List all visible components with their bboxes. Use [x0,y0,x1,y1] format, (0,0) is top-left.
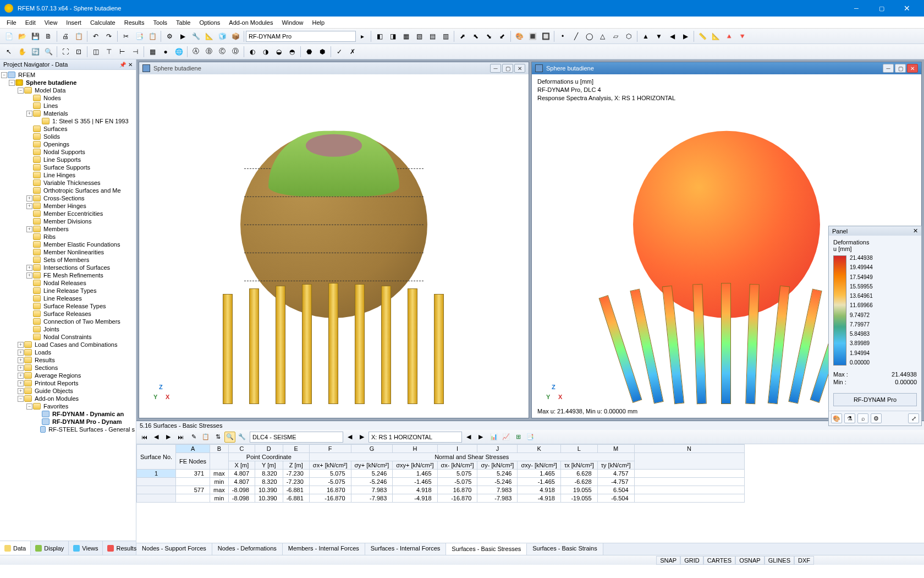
b3-icon[interactable]: ◒ [273,46,285,58]
n1-icon[interactable]: • [557,30,569,42]
navigator-tree[interactable]: −RFEM −Sphere butadiene −Model Data Node… [0,70,136,541]
view-close-icon[interactable]: ✕ [514,64,525,73]
m4-icon[interactable]: 🔻 [736,30,748,42]
tree-item[interactable]: Connection of Two Members [42,318,122,325]
tree-item[interactable]: Materials [42,110,69,117]
copy-icon[interactable]: 📑 [133,30,145,42]
go-icon[interactable]: ▸ [356,30,369,42]
tree-item[interactable]: Surface Release Types [42,303,107,309]
b4-icon[interactable]: ◓ [286,46,298,58]
a2-icon[interactable]: Ⓑ [203,46,215,58]
flask-icon[interactable]: ⚗ [844,413,855,423]
status-cell[interactable]: CARTES [703,556,735,565]
tree-item[interactable]: Member Elastic Foundations [42,241,121,248]
tree-section[interactable]: Sections [34,364,59,371]
t6-icon[interactable]: ▥ [439,30,452,42]
menu-calculate[interactable]: Calculate [86,18,120,27]
data-grid[interactable]: Surface No.ABCDEFGHIJKLMNFE NodesPoint C… [136,444,924,543]
view-min-icon[interactable]: ─ [883,64,894,73]
a4-icon[interactable]: Ⓓ [229,46,241,58]
v2-icon[interactable]: 🔳 [526,30,538,42]
saveas-icon[interactable]: 🗎 [42,30,54,42]
tree-favorites[interactable]: Favorites [42,403,69,410]
tree-section[interactable]: Average Regions [34,372,82,379]
a1-icon[interactable]: Ⓐ [190,46,202,58]
menu-file[interactable]: File [2,18,21,27]
tab-results[interactable]: Results [103,541,141,555]
tbl-e4-icon[interactable]: 📑 [525,432,536,443]
tree-item[interactable]: Variable Thicknesses [42,179,102,186]
tab-display[interactable]: Display [31,541,69,555]
menu-tools[interactable]: Tools [148,18,172,27]
panel-module-button[interactable]: RF-DYNAM Pro [833,393,917,406]
tree-section[interactable]: Results [34,357,56,363]
report-icon[interactable]: 📋 [73,30,85,42]
new-icon[interactable]: 📄 [3,30,15,42]
tree-project[interactable]: Sphere butadiene [25,79,78,86]
tbl-prev3-icon[interactable]: ◀ [463,432,474,443]
maximize-button[interactable]: ▢ [869,0,894,17]
sel-icon[interactable]: ↖ [3,46,15,58]
cut-icon[interactable]: ✂ [120,30,132,42]
t1-icon[interactable]: ◧ [373,30,386,42]
tool4-icon[interactable]: 📦 [229,30,241,42]
n3-icon[interactable]: ◯ [583,30,595,42]
tbl-copy-icon[interactable]: 📋 [200,432,211,443]
tool2-icon[interactable]: 📐 [203,30,215,42]
menu-table[interactable]: Table [172,18,195,27]
tree-item[interactable]: Lines [42,102,59,109]
minimize-button[interactable]: ─ [844,0,869,17]
t7-icon[interactable]: ⬈ [457,30,469,42]
menu-addon[interactable]: Add-on Modules [224,18,277,27]
menu-results[interactable]: Results [120,18,149,27]
c1-icon[interactable]: ⬣ [303,46,315,58]
s3-icon[interactable]: ◀ [666,30,678,42]
tree-item[interactable]: Intersections of Surfaces [42,264,111,271]
tree-item[interactable]: Solids [42,133,61,140]
menu-insert[interactable]: Insert [62,18,86,27]
tab-data[interactable]: Data [0,541,31,555]
s2-icon[interactable]: ▼ [653,30,665,42]
t8-icon[interactable]: ⬉ [470,30,482,42]
t3-icon[interactable]: ▦ [400,30,412,42]
tree-item[interactable]: Surface Supports [42,164,91,171]
table-tab[interactable]: Nodes - Support Forces [136,543,212,555]
tool-icon[interactable]: 🔧 [190,30,202,42]
settings-icon[interactable]: ⚙ [871,413,882,423]
t9-icon[interactable]: ⬊ [483,30,495,42]
table-tab[interactable]: Nodes - Deformations [212,543,283,555]
a3-icon[interactable]: Ⓒ [216,46,228,58]
status-cell[interactable]: GRID [680,556,703,565]
rot-icon[interactable]: 🔄 [29,46,41,58]
tree-item[interactable]: 1: Steel S 355 | NF EN 1993 [51,118,130,124]
tree-item[interactable]: Member Divisions [42,218,92,225]
tree-item[interactable]: Orthotropic Surfaces and Me [42,187,122,194]
menu-edit[interactable]: Edit [21,18,40,27]
status-cell[interactable]: SNAP [656,556,680,565]
tbl-prev-icon[interactable]: ◀ [151,432,162,443]
zoomall-icon[interactable]: ⛶ [59,46,72,58]
tree-item[interactable]: Openings [42,141,70,148]
s4-icon[interactable]: ▶ [679,30,691,42]
tbl-edit-icon[interactable]: ✎ [188,432,199,443]
tbl-filter-icon[interactable]: 🔍 [224,432,235,443]
tbl-e2-icon[interactable]: 📈 [501,432,512,443]
calc-icon[interactable]: ⚙ [163,30,175,42]
run-icon[interactable]: ▶ [177,30,189,42]
render-icon[interactable]: 🌐 [173,46,185,58]
tree-fav-item[interactable]: RF-DYNAM Pro - Dynam [51,418,123,425]
tree-modeldata[interactable]: Model Data [34,87,67,94]
t4-icon[interactable]: ▧ [413,30,425,42]
tab-views[interactable]: Views [69,541,103,555]
tree-root[interactable]: RFEM [17,72,36,78]
iso-icon[interactable]: ◫ [90,46,102,58]
tree-item[interactable]: Joints [42,326,61,332]
table-tab[interactable]: Surfaces - Basic Stresses [446,543,527,555]
n6-icon[interactable]: ⬡ [623,30,635,42]
filter-icon[interactable]: ⌕ [857,413,868,423]
table-tab[interactable]: Surfaces - Basic Strains [527,543,603,555]
t5-icon[interactable]: ▤ [426,30,438,42]
b1-icon[interactable]: ◐ [246,46,258,58]
d1-icon[interactable]: ✓ [333,46,345,58]
tree-item[interactable]: Line Supports [42,156,82,163]
